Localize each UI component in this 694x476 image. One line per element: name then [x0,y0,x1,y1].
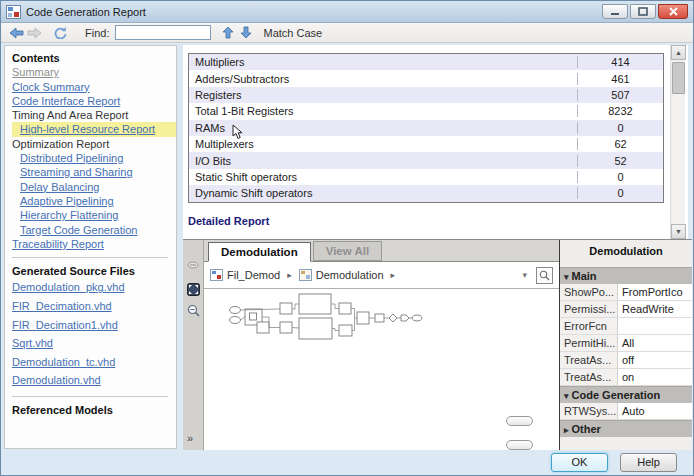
breadcrumb-item-model[interactable]: Fil_Demod [227,269,280,281]
property-value [617,318,692,334]
zoom-icon[interactable] [186,303,200,317]
resource-value: 62 [577,138,663,150]
resource-name: Adders/Subtractors [189,73,577,85]
section-expand-icon: ▸ [564,425,569,435]
resource-report-pane: Multipliers414 Adders/Subtractors461 Reg… [183,45,688,239]
collapse-panel-icon[interactable] [186,258,200,272]
sidebar-item-target-code-generation[interactable]: Target Code Generation [12,223,176,237]
properties-panel: Demodulation ▾Main ShowPo...FromPortIco … [559,240,692,450]
maximize-button[interactable] [630,4,656,19]
sidebar-item-high-level-resource-report[interactable]: High-level Resource Report [12,122,176,136]
back-icon[interactable] [7,25,25,41]
sidebar-item-adaptive-pipelining[interactable]: Adaptive Pipelining [12,194,176,208]
breadcrumb-dropdown-icon[interactable]: ▾ [522,270,527,280]
ok-button[interactable]: OK [551,453,608,472]
app-icon [6,5,21,19]
tab-demodulation[interactable]: Demodulation [208,242,311,262]
contents-sidebar: Contents Summary Clock Summary Code Inte… [4,45,177,449]
section-main[interactable]: ▾Main [560,267,692,284]
breadcrumb-separator-icon: ▸ [391,270,396,280]
sidebar-item-delay-balancing[interactable]: Delay Balancing [12,180,176,194]
sidebar-item-code-interface-report[interactable]: Code Interface Report [12,94,176,108]
scroll-up-icon[interactable]: ▲ [671,45,686,60]
expand-toolstrip-icon[interactable]: » [187,432,193,444]
match-case-toggle[interactable]: Match Case [263,27,322,39]
find-input[interactable] [115,25,211,40]
sidebar-file-demodulation-vhd[interactable]: Demodulation.vhd [12,371,176,390]
help-button[interactable]: Help [620,453,677,472]
sidebar-item-traceability-report[interactable]: Traceability Report [12,237,176,251]
table-row: Static Shift operators0 [189,169,663,185]
tab-view-all[interactable]: View All [313,241,382,261]
sidebar-item-distributed-pipelining[interactable]: Distributed Pipelining [12,151,176,165]
property-name: ShowPo... [560,284,617,300]
property-row[interactable]: ShowPo...FromPortIco [560,284,692,301]
resource-name: Static Shift operators [189,171,577,183]
find-previous-icon[interactable] [219,25,237,41]
canvas-badge [506,440,533,450]
resource-value: 461 [577,73,663,85]
property-row[interactable]: Permissi...ReadWrite [560,301,692,318]
section-other[interactable]: ▸Other [560,420,692,437]
property-name: TreatAs... [560,352,617,368]
report-scrollbar[interactable]: ▲ ▼ [670,45,685,239]
code-generation-report-window: Code Generation Report Find: [0,0,694,476]
property-row[interactable]: TreatAs...on [560,369,692,386]
sidebar-file-fir-decimation1-vhd[interactable]: FIR_Decimation1.vhd [12,316,176,335]
sidebar-file-demodulation-pkg-vhd[interactable]: Demodulation_pkg.vhd [12,278,176,297]
resource-name: Multiplexers [189,138,577,150]
property-value: off [617,352,692,368]
fit-to-view-icon[interactable] [186,282,200,296]
table-row: Adders/Subtractors461 [189,70,663,86]
resource-table: Multipliers414 Adders/Subtractors461 Reg… [188,53,664,203]
model-view-toolstrip: » [183,240,204,450]
find-next-icon[interactable] [237,25,255,41]
contents-header: Contents [12,51,176,65]
sidebar-item-streaming-and-sharing[interactable]: Streaming and Sharing [12,165,176,179]
table-row: I/O Bits52 [189,152,663,168]
resource-value: 8232 [577,105,663,117]
property-row[interactable]: ErrorFcn [560,318,692,335]
property-value: All [617,335,692,351]
property-name: Permissi... [560,301,617,317]
resource-name: Multipliers [189,56,577,68]
title-bar: Code Generation Report [1,1,693,23]
sidebar-item-clock-summary[interactable]: Clock Summary [12,80,176,94]
section-expand-icon: ▾ [564,272,569,282]
property-row[interactable]: TreatAs...off [560,352,692,369]
model-tabs: Demodulation View All [204,240,559,262]
model-diagram [204,289,559,450]
sidebar-file-demodulation-tc-vhd[interactable]: Demodulation_tc.vhd [12,353,176,372]
canvas-badge [506,416,533,426]
model-diagram-canvas[interactable] [204,289,559,450]
table-row: Registers507 [189,87,663,103]
sidebar-item-summary[interactable]: Summary [12,65,176,79]
property-row[interactable]: PermitHi...All [560,335,692,352]
subsystem-icon [299,269,312,281]
sidebar-file-sqrt-vhd[interactable]: Sqrt.vhd [12,334,176,353]
table-row: RAMs0 [189,120,663,136]
property-row[interactable]: RTWSys...Auto [560,403,692,420]
minimize-button[interactable] [602,4,628,19]
sidebar-item-hierarchy-flattening[interactable]: Hierarchy Flattening [12,208,176,222]
refresh-icon[interactable] [51,25,69,41]
scrollbar-thumb[interactable] [672,62,685,94]
property-name: RTWSys... [560,403,617,419]
close-button[interactable] [658,4,688,19]
resource-name: RAMs [189,122,577,134]
forward-icon[interactable] [25,25,43,41]
table-row: Total 1-Bit Registers8232 [189,103,663,119]
section-code-generation[interactable]: ▾Code Generation [560,386,692,403]
resource-name: I/O Bits [189,155,577,167]
find-toolbar: Find: Match Case [1,23,693,43]
scroll-down-icon[interactable]: ▼ [671,224,686,239]
breadcrumb-item-subsystem[interactable]: Demodulation [316,269,384,281]
breadcrumb-separator-icon: ▸ [287,270,292,280]
property-value: FromPortIco [617,284,692,300]
property-name: PermitHi... [560,335,617,351]
search-icon[interactable] [536,267,553,284]
find-label: Find: [85,27,109,39]
sidebar-file-fir-decimation-vhd[interactable]: FIR_Decimation.vhd [12,297,176,316]
table-row: Multiplexers62 [189,136,663,152]
property-value: on [617,369,692,385]
